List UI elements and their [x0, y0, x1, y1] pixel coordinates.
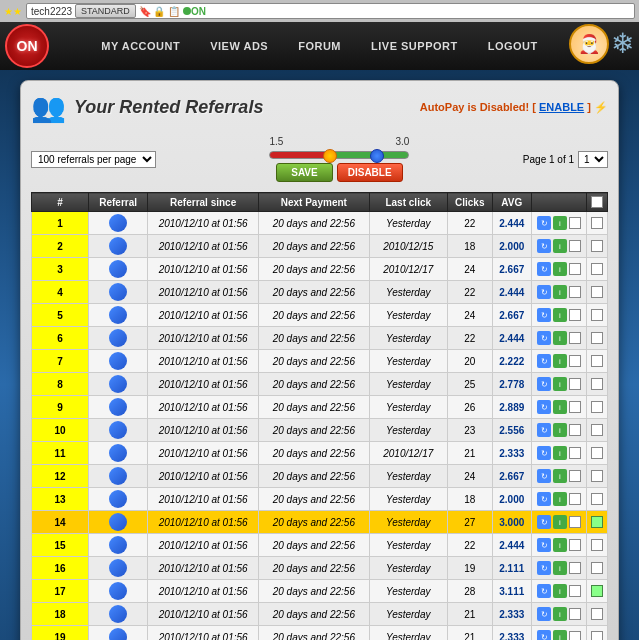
check-empty[interactable]	[591, 424, 603, 436]
avatar	[109, 214, 127, 232]
save-button[interactable]: SAVE	[276, 163, 333, 182]
url-bar[interactable]: tech2223 STANDARD 🔖 🔒 📋 ON	[26, 3, 635, 19]
row-checkbox[interactable]	[569, 332, 581, 344]
check-empty[interactable]	[591, 562, 603, 574]
recycle-icon[interactable]: ↻	[537, 630, 551, 640]
info-icon[interactable]: i	[553, 561, 567, 575]
row-num: 16	[32, 557, 89, 580]
recycle-icon[interactable]: ↻	[537, 354, 551, 368]
check-empty[interactable]	[591, 447, 603, 459]
row-checkbox[interactable]	[569, 401, 581, 413]
check-empty[interactable]	[591, 309, 603, 321]
check-empty[interactable]	[591, 332, 603, 344]
recycle-icon[interactable]: ↻	[537, 538, 551, 552]
info-icon[interactable]: i	[553, 331, 567, 345]
row-checkbox[interactable]	[569, 470, 581, 482]
check-empty[interactable]	[591, 631, 603, 640]
row-checkbox[interactable]	[569, 217, 581, 229]
page-nav-dropdown[interactable]: 1	[578, 151, 608, 168]
info-icon[interactable]: i	[553, 354, 567, 368]
nav-logout[interactable]: LOGOUT	[474, 34, 552, 58]
site-logo[interactable]: ON	[5, 24, 49, 68]
check-empty[interactable]	[591, 378, 603, 390]
check-empty[interactable]	[591, 470, 603, 482]
info-icon[interactable]: i	[553, 446, 567, 460]
row-num: 8	[32, 373, 89, 396]
row-checkbox[interactable]	[569, 516, 581, 528]
info-icon[interactable]: i	[553, 584, 567, 598]
recycle-icon[interactable]: ↻	[537, 561, 551, 575]
nav-forum[interactable]: FORUM	[284, 34, 355, 58]
row-checkbox[interactable]	[569, 631, 581, 640]
check-empty[interactable]	[591, 493, 603, 505]
check-green[interactable]	[591, 585, 603, 597]
info-icon[interactable]: i	[553, 630, 567, 640]
info-icon[interactable]: i	[553, 400, 567, 414]
recycle-icon[interactable]: ↻	[537, 515, 551, 529]
header-checkbox[interactable]	[591, 196, 603, 208]
slider-thumb-left[interactable]	[323, 149, 337, 163]
check-empty[interactable]	[591, 539, 603, 551]
recycle-icon[interactable]: ↻	[537, 607, 551, 621]
slider-track[interactable]	[269, 151, 409, 159]
recycle-icon[interactable]: ↻	[537, 584, 551, 598]
check-empty[interactable]	[591, 355, 603, 367]
row-checkbox[interactable]	[569, 240, 581, 252]
recycle-icon[interactable]: ↻	[537, 377, 551, 391]
browser-bar: ★★ tech2223 STANDARD 🔖 🔒 📋 ON	[0, 0, 639, 22]
nav-live-support[interactable]: LIVE SUPPORT	[357, 34, 472, 58]
row-checkbox[interactable]	[569, 447, 581, 459]
check-green[interactable]	[591, 516, 603, 528]
row-checkbox[interactable]	[569, 585, 581, 597]
info-icon[interactable]: i	[553, 538, 567, 552]
info-icon[interactable]: i	[553, 285, 567, 299]
info-icon[interactable]: i	[553, 607, 567, 621]
row-clicks: 25	[448, 373, 493, 396]
info-icon[interactable]: i	[553, 469, 567, 483]
info-icon[interactable]: i	[553, 308, 567, 322]
check-empty[interactable]	[591, 286, 603, 298]
check-empty[interactable]	[591, 401, 603, 413]
row-checkbox[interactable]	[569, 562, 581, 574]
th-avg: AVG	[492, 193, 532, 212]
check-empty[interactable]	[591, 217, 603, 229]
info-icon[interactable]: i	[553, 216, 567, 230]
info-icon[interactable]: i	[553, 239, 567, 253]
info-icon[interactable]: i	[553, 377, 567, 391]
disable-button[interactable]: DISABLE	[337, 163, 403, 182]
recycle-icon[interactable]: ↻	[537, 285, 551, 299]
row-checkbox[interactable]	[569, 424, 581, 436]
recycle-icon[interactable]: ↻	[537, 492, 551, 506]
row-checkbox[interactable]	[569, 263, 581, 275]
check-empty[interactable]	[591, 240, 603, 252]
info-icon[interactable]: i	[553, 492, 567, 506]
recycle-icon[interactable]: ↻	[537, 216, 551, 230]
recycle-icon[interactable]: ↻	[537, 469, 551, 483]
recycle-icon[interactable]: ↻	[537, 308, 551, 322]
nav-view-ads[interactable]: VIEW ADS	[196, 34, 282, 58]
row-checkbox[interactable]	[569, 493, 581, 505]
recycle-icon[interactable]: ↻	[537, 239, 551, 253]
row-checkbox[interactable]	[569, 539, 581, 551]
row-next: 20 days and 22:56	[259, 488, 369, 511]
row-checkbox[interactable]	[569, 309, 581, 321]
check-empty[interactable]	[591, 608, 603, 620]
row-checkbox[interactable]	[569, 355, 581, 367]
nav-my-account[interactable]: MY ACCOUNT	[87, 34, 194, 58]
row-checkbox[interactable]	[569, 378, 581, 390]
enable-link[interactable]: ENABLE	[539, 101, 584, 113]
check-empty[interactable]	[591, 263, 603, 275]
per-page-dropdown[interactable]: 100 referrals per page 50 referrals per …	[31, 151, 156, 168]
recycle-icon[interactable]: ↻	[537, 400, 551, 414]
recycle-icon[interactable]: ↻	[537, 446, 551, 460]
row-avg: 2.333	[492, 442, 532, 465]
slider-thumb-right[interactable]	[370, 149, 384, 163]
info-icon[interactable]: i	[553, 515, 567, 529]
info-icon[interactable]: i	[553, 423, 567, 437]
info-icon[interactable]: i	[553, 262, 567, 276]
row-checkbox[interactable]	[569, 286, 581, 298]
recycle-icon[interactable]: ↻	[537, 331, 551, 345]
recycle-icon[interactable]: ↻	[537, 262, 551, 276]
recycle-icon[interactable]: ↻	[537, 423, 551, 437]
row-checkbox[interactable]	[569, 608, 581, 620]
